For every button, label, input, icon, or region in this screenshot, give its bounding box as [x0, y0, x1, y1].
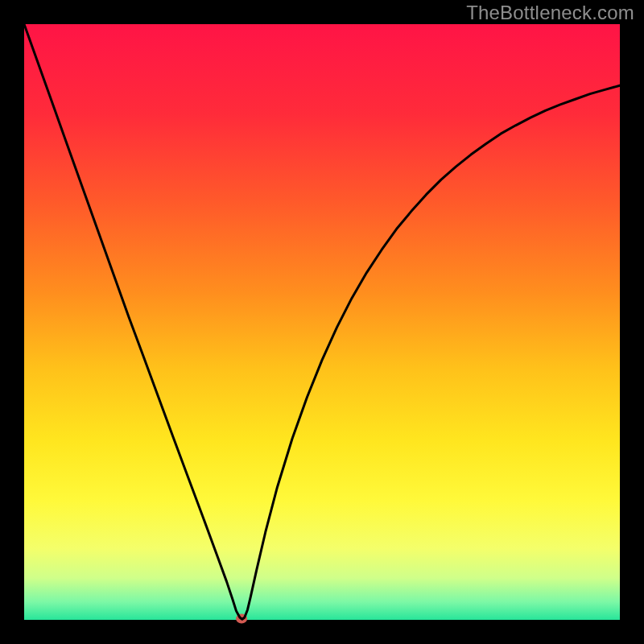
watermark-text: TheBottleneck.com — [466, 2, 634, 24]
chart-canvas — [0, 0, 644, 644]
chart-root: TheBottleneck.com — [0, 0, 644, 644]
plot-background — [24, 24, 620, 620]
